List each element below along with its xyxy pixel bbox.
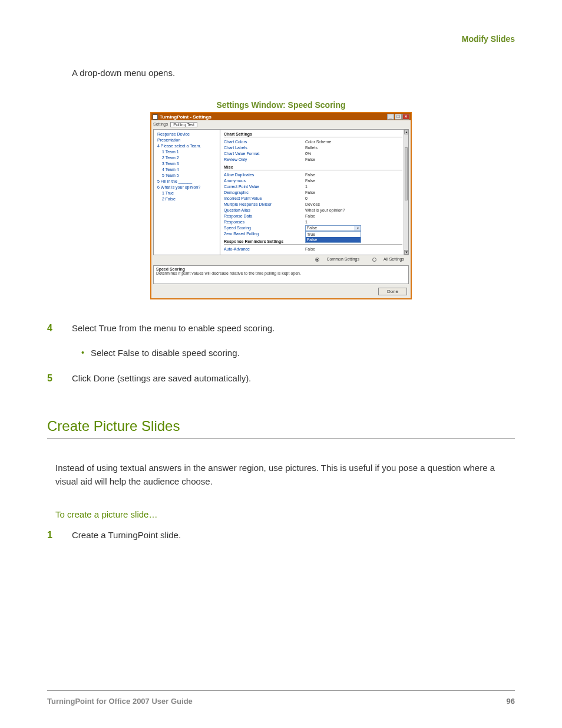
setting-row[interactable]: AnonymousFalse <box>220 178 408 184</box>
footer-title: TurningPoint for Office 2007 User Guide <box>47 697 193 706</box>
tree-item[interactable]: 5 Fill in the ______ <box>155 179 219 185</box>
close-button[interactable]: × <box>402 114 409 120</box>
app-icon <box>153 114 158 120</box>
figure-caption: Settings Window: Speed Scoring <box>47 100 515 110</box>
section-paragraph: Instead of using textual answers in the … <box>55 461 515 489</box>
scroll-down-icon[interactable]: ▼ <box>404 250 408 255</box>
bullet-item: Select False to disable speed scoring. <box>81 348 515 358</box>
setting-row[interactable]: Chart Value Format0% <box>220 151 408 157</box>
setting-row[interactable]: Chart LabelsBullets <box>220 145 408 151</box>
tree-item[interactable]: 3 Team 3 <box>155 161 219 167</box>
setting-row[interactable]: Chart ColorsColor Scheme <box>220 139 408 145</box>
chevron-down-icon[interactable]: ▼ <box>355 226 361 230</box>
tree-item[interactable]: 4 Team 4 <box>155 167 219 173</box>
sub-heading: To create a picture slide… <box>55 509 515 519</box>
tree-item[interactable]: 2 False <box>155 196 219 202</box>
setting-row[interactable]: Auto-AdvanceFalse <box>220 246 408 252</box>
group-heading: Misc <box>224 165 402 170</box>
group-heading: Chart Settings <box>224 132 402 137</box>
tree-item[interactable]: Presentation <box>155 137 219 143</box>
scroll-thumb[interactable] <box>405 147 408 200</box>
window-title: TurningPoint - Settings <box>160 114 211 120</box>
tree-item[interactable]: 4 Please select a Team. <box>155 143 219 149</box>
page-number: 96 <box>507 697 515 706</box>
radio-row: Common Settings All Settings <box>153 255 409 263</box>
description-title: Speed Scoring <box>156 267 406 271</box>
step-number: 4 <box>47 323 72 334</box>
tree-item[interactable]: 1 True <box>155 190 219 196</box>
step-text: Select True from the menu to enable spee… <box>72 323 515 334</box>
setting-row[interactable]: Question AliasWhat is your opinion? <box>220 207 408 213</box>
radio-all[interactable] <box>372 258 376 262</box>
step-1: 1 Create a TurningPoint slide. <box>47 530 515 541</box>
dropdown-option-true[interactable]: True <box>306 232 361 237</box>
setting-row[interactable]: Multiple Response DivisorDevices <box>220 202 408 207</box>
dropdown-menu: True False <box>305 231 361 243</box>
tree-item[interactable]: 5 Team 5 <box>155 173 219 179</box>
tab-active[interactable]: Polling Test <box>170 122 197 127</box>
speed-scoring-dropdown[interactable]: False ▼ <box>305 225 361 231</box>
minimize-button[interactable]: _ <box>387 114 394 120</box>
tree-item[interactable]: 1 Team 1 <box>155 149 219 155</box>
page-footer: TurningPoint for Office 2007 User Guide … <box>47 690 515 706</box>
setting-row[interactable]: Correct Point Value1 <box>220 184 408 190</box>
tree-item[interactable]: 2 Team 2 <box>155 155 219 161</box>
maximize-button[interactable]: □ <box>395 114 402 120</box>
window-titlebar: TurningPoint - Settings _ □ × <box>151 113 411 120</box>
dropdown-option-false[interactable]: False <box>306 237 361 242</box>
settings-window: TurningPoint - Settings _ □ × Settings P… <box>150 112 412 299</box>
radio-common[interactable] <box>315 258 319 262</box>
scrollbar[interactable]: ▲ ▼ <box>404 130 408 255</box>
setting-row[interactable]: DemographicFalse <box>220 190 408 196</box>
description-body: Determines if point values will decrease… <box>156 271 406 275</box>
setting-row[interactable]: Response DataFalse <box>220 213 408 219</box>
setting-row[interactable]: Review OnlyFalse <box>220 157 408 163</box>
step-number: 1 <box>47 530 72 541</box>
scroll-up-icon[interactable]: ▲ <box>404 130 408 134</box>
section-header: Modify Slides <box>462 34 515 44</box>
setting-row[interactable]: Incorrect Point Value0 <box>220 196 408 202</box>
done-button[interactable]: Done <box>378 288 407 295</box>
tree-item[interactable]: Response Device <box>155 131 219 137</box>
tree-item[interactable]: 6 What is your opinion? <box>155 185 219 190</box>
intro-text: A drop-down menu opens. <box>72 68 515 78</box>
step-text: Create a TurningPoint slide. <box>72 530 515 541</box>
setting-row[interactable]: Responses1 <box>220 219 408 225</box>
step-5: 5 Click Done (settings are saved automat… <box>47 373 515 384</box>
tree-panel: Response Device Presentation 4 Please se… <box>154 130 220 255</box>
step-4: 4 Select True from the menu to enable sp… <box>47 323 515 334</box>
section-heading: Create Picture Slides <box>47 418 515 439</box>
tabs-label: Settings <box>153 122 168 127</box>
step-number: 5 <box>47 373 72 384</box>
setting-row[interactable]: Allow DuplicatesFalse <box>220 172 408 178</box>
settings-panel: Chart Settings Chart ColorsColor Scheme … <box>220 130 408 255</box>
step-text: Click Done (settings are saved automatic… <box>72 373 515 384</box>
setting-row-speed-scoring[interactable]: Speed Scoring False ▼ True False <box>220 225 408 231</box>
description-box: Speed Scoring Determines if point values… <box>153 265 409 284</box>
